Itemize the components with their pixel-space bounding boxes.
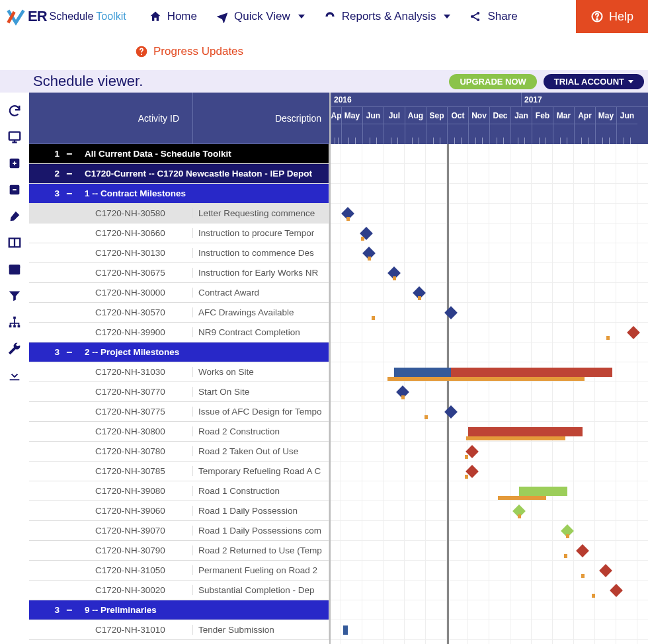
col-description[interactable]: Description xyxy=(193,93,329,144)
group-level: 3 xyxy=(29,605,66,615)
activity-id: C1720-NH-30580 xyxy=(29,208,193,218)
month-cell: Jun xyxy=(362,107,384,124)
table-row[interactable]: C1720-NH-39060Road 1 Daily Possession xyxy=(29,501,329,521)
group-row[interactable]: 3 − 2 -- Project Milestones xyxy=(29,342,329,362)
month-cell: Jun xyxy=(616,107,637,124)
gantt-bar[interactable] xyxy=(468,427,583,436)
table-row[interactable]: C1720-NH-30775Issue of AFC Design for Te… xyxy=(29,402,329,422)
table-row[interactable]: C1720-NH-30000Contract Award xyxy=(29,283,329,303)
collapse-toggle[interactable]: − xyxy=(66,188,85,200)
svg-rect-19 xyxy=(18,325,20,328)
timeline-header: 2016 2017 Ap May Jun Jul Aug Sep Oct Nov… xyxy=(331,93,648,144)
table-row[interactable]: C1720-NH-30570AFC Drawings Available xyxy=(29,303,329,323)
wrench-icon[interactable] xyxy=(7,341,22,356)
table-row[interactable]: C1720-NH-30780Road 2 Taken Out of Use xyxy=(29,442,329,462)
gantt-bar[interactable] xyxy=(394,368,451,377)
help-button[interactable]: Help xyxy=(576,0,648,33)
activity-desc: Temporary Refueling Road A C xyxy=(193,466,329,476)
gantt-bar[interactable] xyxy=(343,625,347,635)
gantt-bar[interactable] xyxy=(451,368,612,377)
month-cell: Dec xyxy=(489,107,510,124)
download-icon[interactable] xyxy=(7,368,22,382)
svg-rect-15 xyxy=(9,265,20,268)
page-title: Schedule viewer. xyxy=(4,73,449,90)
trial-account-dropdown[interactable]: TRIAL ACCOUNT xyxy=(544,74,644,89)
gantt-bar[interactable] xyxy=(466,436,565,440)
gantt-baseline-tick xyxy=(518,514,521,518)
activity-desc: Permanent Fueling on Road 2 xyxy=(193,565,329,575)
hierarchy-icon[interactable] xyxy=(7,315,22,329)
table-row[interactable]: C1720-NH-30660Instruction to procure Tem… xyxy=(29,223,329,243)
group-label: 1 -- Contract Milestones xyxy=(85,188,329,198)
home-icon xyxy=(149,10,162,23)
brush-icon[interactable] xyxy=(7,209,22,223)
nav-home[interactable]: Home xyxy=(149,10,197,23)
gantt-baseline-tick xyxy=(564,554,567,558)
table-row[interactable]: C1720-NH-30790Road 2 Returned to Use (Te… xyxy=(29,541,329,561)
gantt-baseline-tick xyxy=(465,455,468,459)
logo[interactable]: ER ScheduleToolkit xyxy=(0,7,133,26)
table-row[interactable]: C1720-NH-30800Road 2 Construction xyxy=(29,422,329,442)
activity-id: C1720-NH-30775 xyxy=(29,407,193,417)
gantt-pane[interactable]: 2016 2017 Ap May Jun Jul Aug Sep Oct Nov… xyxy=(331,93,648,644)
gantt-bar[interactable] xyxy=(519,487,568,496)
upgrade-button[interactable]: UPGRADE NOW xyxy=(449,74,536,89)
activity-desc: Issue of AFC Design for Tempo xyxy=(193,407,329,417)
table-row[interactable]: C1720-NH-30770Start On Site xyxy=(29,382,329,402)
calendar-icon[interactable] xyxy=(7,262,22,276)
nav-reports[interactable]: Reports & Analysis xyxy=(323,10,451,23)
collapse-toggle[interactable]: − xyxy=(66,168,85,180)
table-row[interactable]: C1720-NH-39900NR9 Contract Completion xyxy=(29,323,329,342)
activity-id: C1720-NH-31050 xyxy=(29,565,193,575)
collapse-toggle[interactable]: − xyxy=(66,148,85,160)
group-row[interactable]: 3 − 9 -- Preliminaries xyxy=(29,600,329,620)
table-row[interactable]: C1720-NH-39080Road 1 Construction xyxy=(29,481,329,501)
timeline-ticks xyxy=(331,124,648,144)
nav-progress-updates[interactable]: Progress Updates xyxy=(0,33,648,70)
col-activity-id[interactable]: Activity ID xyxy=(29,93,193,144)
table-row[interactable]: C1720-NH-30785Temporary Refueling Road A… xyxy=(29,462,329,481)
nav-items: Home Quick View Reports & Analysis Share xyxy=(133,10,576,23)
month-cell: Ap xyxy=(331,107,341,124)
group-label: 2 -- Project Milestones xyxy=(85,347,329,357)
table-row[interactable]: C1720-NH-31030Works on Site xyxy=(29,362,329,382)
svg-rect-18 xyxy=(13,325,16,328)
month-cell: Jul xyxy=(384,107,405,124)
expand-icon[interactable] xyxy=(7,156,22,171)
question-icon xyxy=(135,45,148,58)
svg-rect-17 xyxy=(9,325,12,328)
year-2016: 2016 xyxy=(331,93,521,107)
activity-desc: AFC Drawings Available xyxy=(193,307,329,317)
activity-id: C1720-NH-30020 xyxy=(29,585,193,595)
table-row[interactable]: C1720-NH-30020Substantial Completion - D… xyxy=(29,581,329,600)
table-row[interactable]: C1720-NH-30580Letter Requesting commence xyxy=(29,204,329,223)
activity-id: C1720-NH-39900 xyxy=(29,327,193,337)
month-cell: Sep xyxy=(426,107,447,124)
collapse-toggle[interactable]: − xyxy=(66,346,85,358)
gantt-body[interactable] xyxy=(331,144,648,644)
group-row[interactable]: 1 − All Current Data - Schedule Toolkit xyxy=(29,144,329,164)
grid-wrap: Activity ID Description 1 − All Current … xyxy=(29,93,648,644)
nav-quick-view[interactable]: Quick View xyxy=(216,10,305,23)
table-row[interactable]: C1720-NH-39070Road 1 Daily Possessions c… xyxy=(29,521,329,541)
collapse-toggle[interactable]: − xyxy=(66,604,85,616)
collapse-icon[interactable] xyxy=(7,182,22,197)
filter-icon[interactable] xyxy=(7,288,22,303)
table-row[interactable]: C1720-NH-31010Tender Submission xyxy=(29,620,329,640)
table-row[interactable]: C1720-NH-30675Instruction for Early Work… xyxy=(29,263,329,283)
gantt-bar[interactable] xyxy=(498,496,547,500)
refresh-icon[interactable] xyxy=(7,103,22,118)
gantt-bar[interactable] xyxy=(387,377,585,381)
nav-share[interactable]: Share xyxy=(469,10,517,23)
columns-icon[interactable] xyxy=(7,235,22,250)
monitor-icon[interactable] xyxy=(7,130,22,144)
group-row[interactable]: 3 − 1 -- Contract Milestones xyxy=(29,184,329,204)
table-row[interactable]: C1720-NH-30130Instruction to commence De… xyxy=(29,243,329,263)
activity-desc: Road 2 Taken Out of Use xyxy=(193,446,329,456)
gantt-baseline-tick xyxy=(393,276,396,280)
group-row[interactable]: 2 − C1720-Current -- C1720 Newcastle Hea… xyxy=(29,164,329,184)
table-row[interactable]: C1720-NH-31050Permanent Fueling on Road … xyxy=(29,561,329,581)
logo-text-schedule: Schedule xyxy=(50,11,94,22)
gantt-baseline-tick xyxy=(592,594,595,598)
group-level: 3 xyxy=(29,347,66,357)
